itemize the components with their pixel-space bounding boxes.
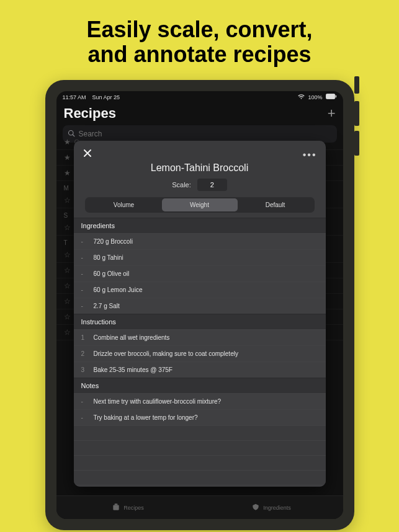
screen: 11:57 AM Sun Apr 25 100% Recipes +: [56, 91, 343, 519]
tab-ingredients[interactable]: Ingredients: [200, 496, 343, 519]
app-header: Recipes +: [56, 103, 343, 123]
page-title: Recipes: [64, 105, 116, 122]
status-bar: 11:57 AM Sun Apr 25 100%: [56, 91, 343, 103]
segment-default[interactable]: Default: [238, 198, 313, 211]
tab-bar: Recipes Ingredients: [56, 495, 343, 519]
tab-recipes[interactable]: Recipes: [56, 496, 200, 519]
ingredient-row[interactable]: -720 g Broccoli: [74, 233, 326, 249]
svg-rect-5: [115, 503, 118, 505]
status-time: 11:57 AM: [63, 94, 86, 100]
ipad-frame: 11:57 AM Sun Apr 25 100% Recipes +: [45, 80, 354, 530]
instruction-text: Combine all wet ingredients: [94, 334, 170, 341]
ingredient-text: 60 g Olive oil: [94, 270, 130, 277]
ingredient-text: 2.7 g Salt: [94, 303, 120, 309]
svg-rect-1: [335, 95, 336, 98]
note-row[interactable]: -Try baking at a lower temp for longer?: [74, 409, 326, 425]
modal-body[interactable]: Ingredients -720 g Broccoli -80 g Tahini…: [74, 218, 326, 487]
status-right: 100%: [298, 94, 336, 100]
tab-label: Recipes: [123, 505, 144, 511]
ingredient-row[interactable]: -60 g Lemon Juice: [74, 282, 326, 298]
hardware-buttons: [354, 76, 359, 161]
unit-segmented-control[interactable]: Volume Weight Default: [85, 197, 315, 213]
status-left: 11:57 AM Sun Apr 25: [63, 94, 120, 100]
instruction-text: Drizzle over broccoli, making sure to co…: [94, 350, 238, 357]
section-header-ingredients: Ingredients: [74, 218, 326, 233]
status-battery-text: 100%: [308, 94, 322, 100]
scale-input[interactable]: [197, 179, 227, 191]
headline-line-2: and annotate recipes: [12, 42, 387, 67]
tab-label: Ingredients: [263, 505, 291, 511]
section-header-notes: Notes: [74, 378, 326, 393]
recipe-modal: ••• Lemon-Tahini Broccoli Scale: Volume …: [74, 141, 326, 487]
more-options-button[interactable]: •••: [303, 149, 317, 161]
recipes-icon: [112, 503, 120, 513]
instruction-row[interactable]: 3Bake 25-35 minutes @ 375F: [74, 361, 326, 378]
instruction-row[interactable]: 2Drizzle over broccoli, making sure to c…: [74, 345, 326, 361]
ingredient-row[interactable]: -80 g Tahini: [74, 249, 326, 265]
ingredient-text: 720 g Broccoli: [94, 238, 133, 245]
note-text: Next time try with cauliflower-broccoli …: [94, 398, 222, 405]
close-button[interactable]: [83, 148, 92, 161]
instruction-text: Bake 25-35 minutes @ 375F: [94, 366, 173, 373]
ingredient-row[interactable]: -60 g Olive oil: [74, 265, 326, 282]
battery-icon: [326, 94, 337, 100]
ingredient-text: 60 g Lemon Juice: [94, 286, 143, 293]
status-date: Sun Apr 25: [92, 94, 120, 100]
modal-header: ••• Lemon-Tahini Broccoli Scale: Volume …: [74, 141, 326, 218]
wifi-icon: [298, 94, 305, 100]
ingredients-icon: [251, 503, 260, 513]
segment-weight[interactable]: Weight: [162, 198, 238, 211]
svg-rect-4: [114, 505, 119, 510]
instruction-row[interactable]: 1Combine all wet ingredients: [74, 329, 326, 345]
scale-label: Scale:: [172, 181, 191, 188]
add-recipe-button[interactable]: +: [328, 105, 336, 122]
section-header-instructions: Instructions: [74, 314, 326, 329]
marketing-headline: Easily scale, convert, and annotate reci…: [0, 0, 399, 80]
note-row[interactable]: -Next time try with cauliflower-broccoli…: [74, 393, 326, 409]
note-text: Try baking at a lower temp for longer?: [94, 414, 198, 421]
segment-volume[interactable]: Volume: [86, 198, 162, 211]
ingredient-text: 80 g Tahini: [94, 254, 123, 261]
scale-control: Scale:: [83, 179, 317, 191]
svg-rect-0: [326, 94, 334, 99]
ingredient-row[interactable]: -2.7 g Salt: [74, 298, 326, 314]
recipe-title: Lemon-Tahini Broccoli: [83, 162, 317, 174]
headline-line-1: Easily scale, convert,: [12, 17, 387, 42]
